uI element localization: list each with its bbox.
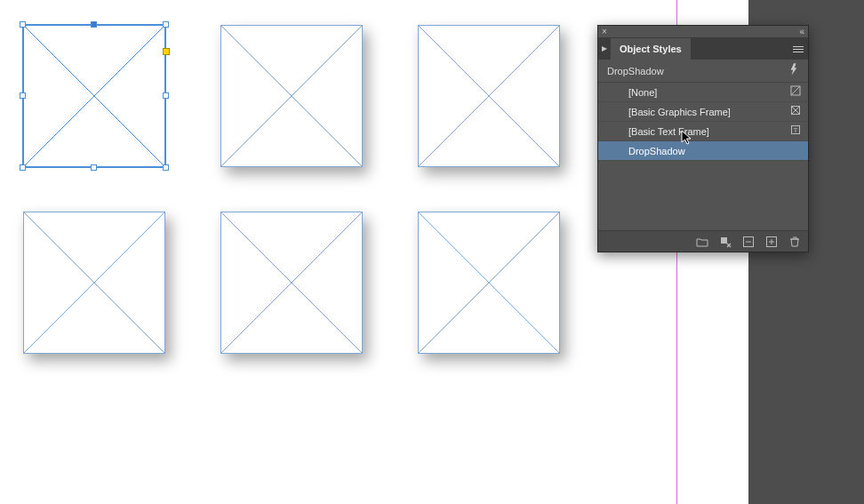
style-row-none[interactable]: [None] (598, 83, 808, 102)
tab-object-styles[interactable]: Object Styles (611, 38, 692, 60)
applied-style-name: DropShadow (607, 66, 664, 76)
graphic-frame[interactable] (418, 25, 560, 167)
resize-handle-bm[interactable] (91, 164, 97, 171)
style-list-empty[interactable] (598, 161, 808, 230)
style-name: [None] (628, 87, 657, 98)
svg-text:T: T (794, 126, 798, 134)
graphic-frame[interactable] (23, 212, 165, 354)
quick-apply-icon[interactable] (787, 63, 801, 78)
graphics-frame-icon (788, 105, 803, 118)
resize-handle-tr[interactable] (163, 21, 169, 28)
text-frame-icon: T (788, 124, 803, 138)
content-grabber-indicator[interactable] (163, 48, 170, 55)
none-style-icon (788, 85, 803, 99)
delete-style-icon[interactable] (788, 236, 801, 248)
folder-icon[interactable] (696, 236, 708, 248)
clear-override-icon[interactable] (719, 236, 732, 248)
style-row-basic-text[interactable]: [Basic Text Frame] T (598, 122, 808, 141)
resize-handle-mr[interactable] (163, 92, 169, 99)
document-canvas[interactable]: × « Object Styles DropShadow [None] (0, 0, 864, 504)
style-name: [Basic Graphics Frame] (628, 107, 731, 117)
resize-handle-ml[interactable] (20, 92, 26, 99)
panel-footer (598, 230, 808, 252)
collapse-panel-icon[interactable]: « (799, 28, 804, 36)
resize-handle-bl[interactable] (20, 164, 26, 171)
menu-icon (793, 44, 804, 54)
close-panel-icon[interactable]: × (602, 28, 607, 36)
panel-expander-icon[interactable] (598, 38, 611, 60)
panel-chrome[interactable]: × « (598, 26, 808, 38)
graphic-frame[interactable] (220, 25, 363, 167)
style-row-basic-graphics[interactable]: [Basic Graphics Frame] (598, 102, 808, 122)
object-styles-panel[interactable]: × « Object Styles DropShadow [None] (597, 25, 809, 252)
style-name: DropShadow (628, 146, 685, 156)
graphic-frame[interactable] (220, 212, 363, 354)
panel-menu-button[interactable] (788, 38, 808, 60)
style-name: [Basic Text Frame] (628, 126, 709, 137)
svg-line-19 (791, 86, 800, 95)
resize-handle-br[interactable] (163, 164, 169, 171)
svg-rect-25 (721, 237, 727, 244)
clear-attributes-icon[interactable] (742, 236, 755, 248)
style-row-dropshadow[interactable]: DropShadow (598, 141, 808, 161)
tab-label: Object Styles (620, 44, 682, 54)
resize-handle-tl[interactable] (20, 21, 26, 28)
style-list[interactable]: [None] [Basic Graphics Frame] [Basic Tex… (598, 83, 808, 161)
resize-handle-tm[interactable] (91, 21, 97, 28)
graphic-frame-selected[interactable] (23, 25, 165, 167)
new-style-icon[interactable] (765, 236, 778, 248)
graphic-frame[interactable] (418, 212, 560, 354)
